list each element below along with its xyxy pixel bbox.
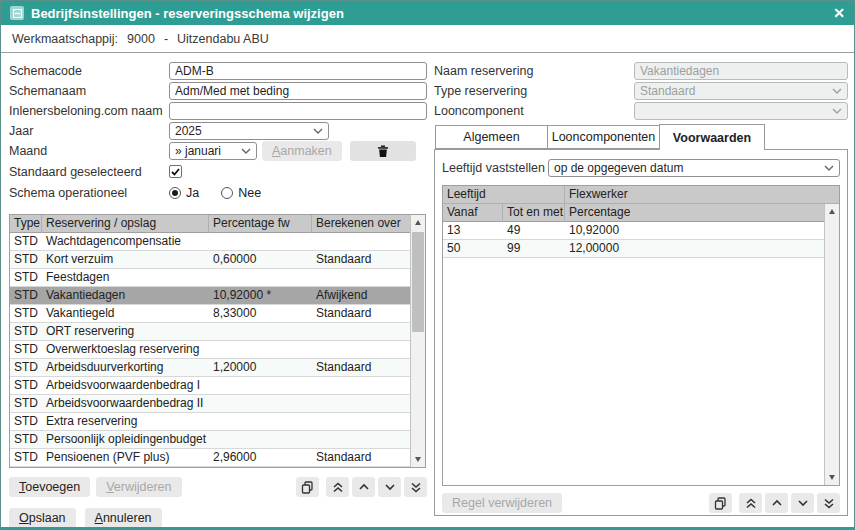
regel-verwijderen-button[interactable]: Regel verwijderen: [442, 493, 562, 513]
col-header-percentage-fw[interactable]: Percentage fw: [209, 215, 312, 233]
move-down-button[interactable]: [378, 477, 401, 497]
type-reservering-value: Standaard: [640, 84, 832, 98]
move-up-button[interactable]: [352, 477, 375, 497]
annuleren-button[interactable]: Annuleren: [85, 508, 162, 528]
company-bar: Werkmaatschappij: 9000 - Uitzendabu ABU: [1, 25, 854, 53]
table-cell: Overwerktoeslag reservering: [42, 341, 209, 358]
double-chevron-down-icon: [823, 498, 835, 509]
maand-select[interactable]: » januari: [169, 142, 257, 160]
chevron-down-icon: [241, 148, 251, 154]
table-cell: STD: [10, 377, 42, 394]
scroll-up-icon[interactable]: [825, 204, 839, 219]
col-header-tot-en-met[interactable]: Tot en met: [503, 204, 565, 222]
opslaan-button[interactable]: Opslaan: [9, 508, 76, 528]
maand-value: » januari: [175, 144, 241, 158]
table-row[interactable]: STDArbeidsduurverkorting1,20000Standaard: [10, 359, 412, 377]
table-cell: 49: [503, 222, 565, 239]
radio-nee-label: Nee: [238, 186, 261, 200]
close-icon[interactable]: ✕: [833, 6, 845, 20]
leeftijd-scrollbar[interactable]: [824, 204, 839, 485]
copy-button[interactable]: [709, 493, 732, 513]
standaard-row: Standaard geselecteerd: [9, 161, 427, 182]
table-row[interactable]: STDArbeidsvoorwaardenbedrag I: [10, 377, 412, 395]
toevoegen-button[interactable]: Toevoegen: [9, 477, 90, 497]
chevron-down-icon: [832, 88, 842, 94]
tab-algemeen[interactable]: Algemeen: [435, 125, 548, 149]
move-bottom-button[interactable]: [817, 493, 840, 513]
scroll-up-icon[interactable]: [411, 215, 425, 230]
schemacode-input[interactable]: [169, 62, 427, 80]
scrollbar-thumb[interactable]: [412, 232, 424, 332]
table-row[interactable]: STDVakantiedagen10,92000 *Afwijkend: [10, 287, 412, 305]
jaar-label: Jaar: [9, 124, 169, 138]
table-row[interactable]: STDORT reservering: [10, 323, 412, 341]
window-title: Bedrijfsinstellingen - reserveringsschem…: [31, 6, 344, 21]
table-row[interactable]: STDWachtdagencompensatie: [10, 233, 412, 251]
table-cell: 50: [443, 240, 503, 257]
radio-ja-circle: [169, 187, 181, 199]
tab-voorwaarden[interactable]: Voorwaarden: [659, 124, 765, 150]
scroll-down-icon[interactable]: [825, 470, 839, 485]
table-cell: Pensioenen (PVF plus): [42, 449, 209, 466]
tab-looncomponenten[interactable]: Looncomponenten: [547, 125, 660, 149]
table-cell: Standaard: [312, 449, 412, 466]
table-row[interactable]: STDPensioenen (PVF plus)2,96000Standaard: [10, 449, 412, 467]
move-down-button[interactable]: [791, 493, 814, 513]
chevron-down-icon: [797, 499, 809, 507]
company-separator: -: [164, 32, 168, 46]
schemanaam-input[interactable]: [169, 82, 427, 100]
move-top-button[interactable]: [326, 477, 349, 497]
inlenersbeloning-input[interactable]: [169, 102, 427, 120]
table-row[interactable]: STDKort verzuim0,60000Standaard: [10, 251, 412, 269]
table-row[interactable]: STDExtra reservering: [10, 413, 412, 431]
move-bottom-button[interactable]: [404, 477, 427, 497]
table-row[interactable]: 134910,92000: [443, 222, 824, 240]
table-cell: Arbeidsvoorwaardenbedrag II: [42, 395, 209, 412]
radio-ja[interactable]: Ja: [169, 186, 199, 200]
scroll-down-icon[interactable]: [411, 452, 425, 467]
move-top-button[interactable]: [739, 493, 762, 513]
table-row[interactable]: STDVakantiegeld8,33000Standaard: [10, 305, 412, 323]
table-row[interactable]: STDOverwerktoeslag reservering: [10, 341, 412, 359]
delete-month-button[interactable]: [350, 141, 416, 161]
schemanaam-label: Schemanaam: [9, 84, 169, 98]
table-cell: 12,00000: [565, 240, 824, 257]
radio-nee[interactable]: Nee: [221, 186, 261, 200]
table-cell: STD: [10, 395, 42, 412]
table-cell: Arbeidsvoorwaardenbedrag I: [42, 377, 209, 394]
verwijderen-button[interactable]: Verwijderen: [96, 477, 181, 497]
col-header-type[interactable]: Type: [10, 215, 42, 233]
left-table-actions: Toevoegen Verwijderen: [9, 476, 427, 498]
table-cell: 10,92000: [565, 222, 824, 239]
col-header-vanaf[interactable]: Vanaf: [443, 204, 503, 222]
copy-icon: [301, 481, 314, 494]
jaar-select[interactable]: 2025: [169, 122, 329, 140]
table-cell: STD: [10, 233, 42, 250]
inlenersbeloning-label: Inlenersbeloning.com naam: [9, 104, 169, 118]
col-header-berekenen-over[interactable]: Berekenen over: [312, 215, 412, 233]
leeftijd-table-group-header: Leeftijd Flexwerker: [443, 186, 839, 204]
chevron-down-icon: [313, 128, 323, 134]
table-row[interactable]: STDPersoonlijk opleidingenbudget: [10, 431, 412, 449]
leeftijd-table: Leeftijd Flexwerker Vanaf Tot en met Per…: [442, 185, 840, 486]
table-row[interactable]: STDFeestdagen: [10, 269, 412, 287]
table-cell: Vakantiegeld: [42, 305, 209, 322]
standaard-checkbox[interactable]: [169, 165, 182, 178]
table-row[interactable]: 509912,00000: [443, 240, 824, 258]
looncomponent-row: Looncomponent: [434, 101, 848, 121]
tabstrip: Algemeen Looncomponenten Voorwaarden: [434, 123, 848, 149]
col-header-reservering[interactable]: Reservering / opslag: [42, 215, 209, 233]
col-header-percentage[interactable]: Percentage: [565, 204, 824, 222]
table-row[interactable]: STDArbeidsvoorwaardenbedrag II: [10, 395, 412, 413]
move-up-button[interactable]: [765, 493, 788, 513]
copy-button[interactable]: [296, 477, 319, 497]
leeftijd-vaststellen-select[interactable]: op de opgegeven datum: [548, 159, 840, 177]
table-cell: Feestdagen: [42, 269, 209, 286]
reservations-scrollbar[interactable]: [410, 215, 425, 467]
table-cell: 99: [503, 240, 565, 257]
aanmaken-button[interactable]: Aanmaken: [262, 141, 342, 161]
table-cell: STD: [10, 413, 42, 430]
table-cell: Kort verzuim: [42, 251, 209, 268]
naam-reservering-label: Naam reservering: [434, 64, 634, 78]
table-cell: ORT reservering: [42, 323, 209, 340]
